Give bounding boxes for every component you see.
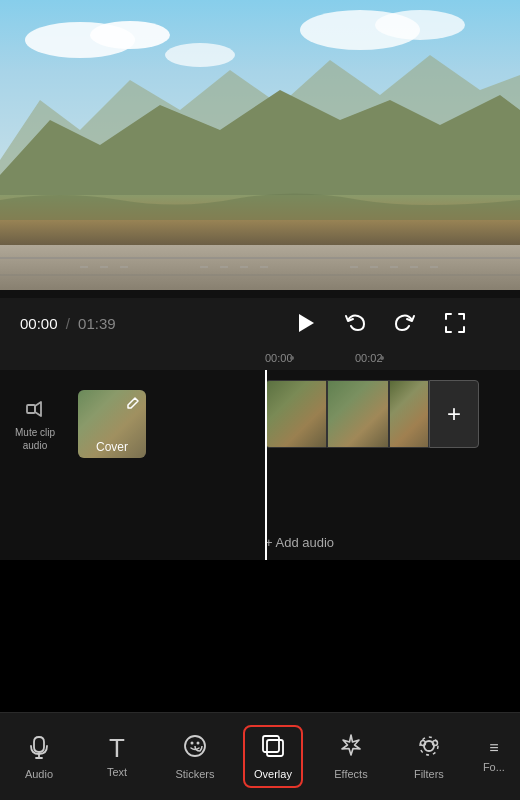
redo-button[interactable] — [394, 312, 416, 334]
add-clip-button[interactable]: + — [429, 380, 479, 448]
effects-label: Effects — [334, 768, 367, 780]
svg-point-24 — [420, 741, 425, 746]
overlay-icon — [260, 733, 286, 763]
svg-rect-20 — [263, 736, 279, 752]
stickers-icon — [182, 733, 208, 763]
play-button[interactable] — [294, 312, 316, 334]
svg-point-3 — [165, 43, 235, 67]
svg-rect-14 — [27, 405, 35, 413]
more-icon: ≡ — [489, 740, 498, 756]
controls-area: 00:00 / 01:39 — [0, 298, 520, 344]
svg-rect-21 — [267, 740, 283, 756]
fullscreen-button[interactable] — [444, 312, 466, 334]
cover-button[interactable]: Cover — [78, 390, 146, 458]
mute-clip-audio-button[interactable]: Mute clipaudio — [0, 396, 70, 452]
toolbar-item-effects[interactable]: Effects — [321, 725, 381, 788]
svg-point-5 — [375, 10, 465, 40]
video-clips[interactable]: + — [265, 380, 479, 448]
svg-marker-13 — [299, 314, 314, 332]
time-sep: / — [66, 315, 70, 332]
clip-thumb-3[interactable] — [389, 380, 429, 448]
audio-label: Audio — [25, 768, 53, 780]
undo-button[interactable] — [344, 312, 366, 334]
cover-label: Cover — [96, 440, 128, 454]
add-audio-label: + Add audio — [265, 535, 334, 550]
dark-strip — [0, 290, 520, 298]
effects-icon — [338, 733, 364, 763]
bottom-toolbar: Audio T Text Stickers Overlay — [0, 712, 520, 800]
video-preview — [0, 0, 520, 290]
edit-icon — [126, 396, 140, 413]
toolbar-item-more[interactable]: ≡ Fo... — [477, 732, 511, 781]
time-display: 00:00 / 01:39 — [20, 315, 260, 332]
overlay-label: Overlay — [254, 768, 292, 780]
add-icon: + — [447, 400, 461, 428]
total-time: 01:39 — [78, 315, 116, 332]
toolbar-item-filters[interactable]: Filters — [399, 725, 459, 788]
current-time: 00:00 — [20, 315, 58, 332]
time-marker-start: 00:00 — [265, 352, 293, 364]
text-label: Text — [107, 766, 127, 778]
stickers-label: Stickers — [175, 768, 214, 780]
playback-controls — [260, 312, 500, 334]
add-audio-row[interactable]: + Add audio — [265, 535, 520, 550]
timeline-area: 00:00 00:02 Mute clipaudio — [0, 344, 520, 560]
toolbar-item-text[interactable]: T Text — [87, 727, 147, 786]
timeline-ruler: 00:00 00:02 — [0, 348, 520, 370]
more-label: Fo... — [483, 761, 505, 773]
clip-thumb-1[interactable] — [265, 380, 327, 448]
audio-icon — [26, 733, 52, 763]
text-icon: T — [109, 735, 125, 761]
toolbar-item-audio[interactable]: Audio — [9, 725, 69, 788]
clip-thumb-2[interactable] — [327, 380, 389, 448]
time-marker-mid: 00:02 — [355, 352, 383, 364]
filters-label: Filters — [414, 768, 444, 780]
svg-point-18 — [190, 742, 193, 745]
svg-point-19 — [196, 742, 199, 745]
svg-point-2 — [90, 21, 170, 49]
toolbar-item-stickers[interactable]: Stickers — [165, 725, 225, 788]
playhead — [265, 370, 267, 560]
filters-icon — [416, 733, 442, 763]
mute-label: Mute clipaudio — [15, 426, 55, 452]
timeline-tracks: Mute clipaudio Cover + + Ad — [0, 370, 520, 560]
toolbar-item-overlay[interactable]: Overlay — [243, 725, 303, 788]
svg-point-25 — [432, 741, 437, 746]
